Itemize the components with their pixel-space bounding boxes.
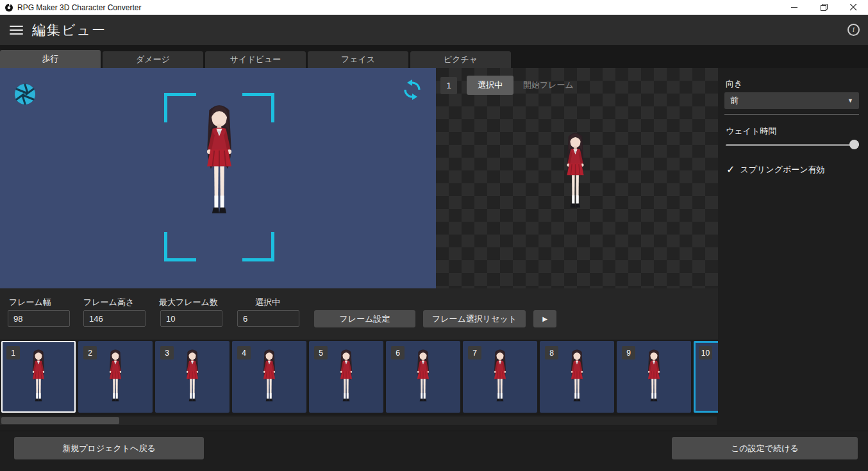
frame-number-badge: 9 (622, 346, 635, 359)
page-title: 編集ビュー (32, 21, 106, 39)
filmstrip-frame-9[interactable]: 9 (617, 341, 691, 413)
selected-count-label: 選択中 (255, 297, 280, 308)
frame-height-input[interactable] (83, 310, 146, 327)
scrollbar-thumb[interactable] (1, 417, 119, 424)
slider-track (726, 144, 859, 146)
frame-filmstrip: 1 2 3 4 5 6 7 8 (0, 340, 718, 415)
sprite-sheet-panel: 1 選択中 開始フレーム (436, 68, 718, 288)
filmstrip-frame-6[interactable]: 6 (386, 341, 460, 413)
filmstrip-frame-2[interactable]: 2 (78, 341, 153, 413)
character-sprite (717, 348, 718, 408)
window-controls (780, 0, 868, 15)
frame-number-badge: 2 (83, 346, 97, 359)
app-window: RPG Maker 3D Character Converter 編集ビュー i… (0, 0, 868, 471)
character-preview-panel (0, 68, 436, 288)
character-sprite (24, 348, 53, 408)
character-sprite (178, 348, 206, 408)
frame-controls-bar: フレーム幅 フレーム高さ 最大フレーム数 選択中 フレーム設定 フレーム選択リセ… (0, 288, 718, 340)
filmstrip-frame-1[interactable]: 1 (1, 341, 76, 413)
rotate-refresh-icon[interactable] (403, 78, 422, 104)
frame-number-badge: 1 (440, 77, 457, 94)
tab-picture[interactable]: ピクチャ (410, 51, 511, 68)
filmstrip-frame-5[interactable]: 5 (309, 341, 383, 413)
frame-number-badge: 7 (468, 346, 481, 359)
max-frames-input[interactable] (160, 310, 222, 327)
filmstrip-scrollbar[interactable] (0, 417, 717, 425)
selected-count-input[interactable] (237, 310, 299, 327)
sheet-header: 1 選択中 開始フレーム (440, 76, 574, 95)
window-title: RPG Maker 3D Character Converter (17, 3, 141, 12)
direction-value: 前 (730, 95, 739, 106)
character-sprite (555, 131, 596, 217)
frame-width-label: フレーム幅 (9, 297, 51, 308)
slider-handle[interactable] (849, 140, 859, 149)
aperture-icon[interactable] (13, 82, 37, 109)
character-sprite (563, 348, 591, 408)
play-button[interactable]: ▶ (533, 310, 556, 327)
frame-number-badge: 6 (391, 346, 405, 359)
wait-time-slider[interactable] (726, 139, 859, 151)
header: 編集ビュー i (0, 15, 868, 45)
checkbox-check-icon: ✓ (726, 165, 735, 175)
frame-number-badge: 5 (314, 346, 328, 359)
character-sprite (101, 348, 129, 408)
frame-number-badge: 10 (699, 346, 712, 359)
chevron-down-icon: ▼ (847, 97, 853, 104)
filmstrip-frame-3[interactable]: 3 (155, 341, 230, 413)
frame-number-badge: 4 (237, 346, 251, 359)
titlebar: RPG Maker 3D Character Converter (0, 0, 868, 15)
menu-icon[interactable] (10, 26, 23, 35)
divider (724, 114, 859, 115)
filmstrip-frame-7[interactable]: 7 (463, 341, 537, 413)
tab-damage[interactable]: ダメージ (103, 51, 203, 68)
tab-bar: 歩行 ダメージ サイドビュー フェイス ピクチャ (0, 45, 868, 68)
continue-button[interactable]: この設定で続ける (672, 437, 858, 459)
direction-label: 向き (726, 78, 742, 90)
character-sprite (255, 348, 283, 408)
character-model[interactable] (190, 102, 249, 227)
frame-number-badge: 8 (545, 346, 558, 359)
frame-width-input[interactable] (8, 310, 70, 327)
close-icon[interactable] (839, 0, 868, 15)
max-frames-label: 最大フレーム数 (159, 297, 218, 308)
spring-bone-checkbox[interactable]: ✓ スプリングボーン有効 (726, 164, 825, 176)
back-to-project-button[interactable]: 新規プロジェクトへ戻る (14, 437, 204, 459)
capture-frame (164, 93, 274, 261)
tab-sideview[interactable]: サイドビュー (205, 51, 306, 68)
spring-bone-label: スプリングボーン有効 (740, 164, 824, 176)
frame-number-badge: 1 (6, 346, 20, 359)
selected-toggle-button[interactable]: 選択中 (467, 76, 513, 95)
start-frame-toggle[interactable]: 開始フレーム (523, 79, 574, 91)
filmstrip-frame-8[interactable]: 8 (540, 341, 614, 413)
tab-face[interactable]: フェイス (308, 51, 408, 68)
frame-number-badge: 3 (160, 346, 174, 359)
footer-bar: 新規プロジェクトへ戻る この設定で続ける (0, 431, 868, 471)
settings-panel: 向き 前 ▼ ウェイト時間 ✓ スプリングボーン有効 (718, 68, 868, 431)
character-sprite (409, 348, 437, 408)
filmstrip-frame-10[interactable]: 10 (694, 341, 718, 413)
character-sprite (640, 348, 668, 408)
info-icon[interactable]: i (847, 24, 860, 36)
frame-settings-button[interactable]: フレーム設定 (314, 310, 415, 327)
filmstrip-frame-4[interactable]: 4 (232, 341, 306, 413)
minimize-icon[interactable] (780, 0, 809, 15)
direction-dropdown[interactable]: 前 ▼ (724, 92, 859, 109)
tab-walk[interactable]: 歩行 (0, 50, 101, 68)
wait-time-label: ウェイト時間 (726, 126, 776, 137)
restore-icon[interactable] (809, 0, 839, 15)
character-sprite (332, 348, 360, 408)
frame-corner-icon (164, 232, 196, 261)
app-icon (4, 3, 13, 12)
frame-reset-button[interactable]: フレーム選択リセット (423, 310, 526, 327)
frame-height-label: フレーム高さ (83, 297, 134, 308)
frame-corner-icon (242, 232, 274, 261)
character-sprite (486, 348, 514, 408)
